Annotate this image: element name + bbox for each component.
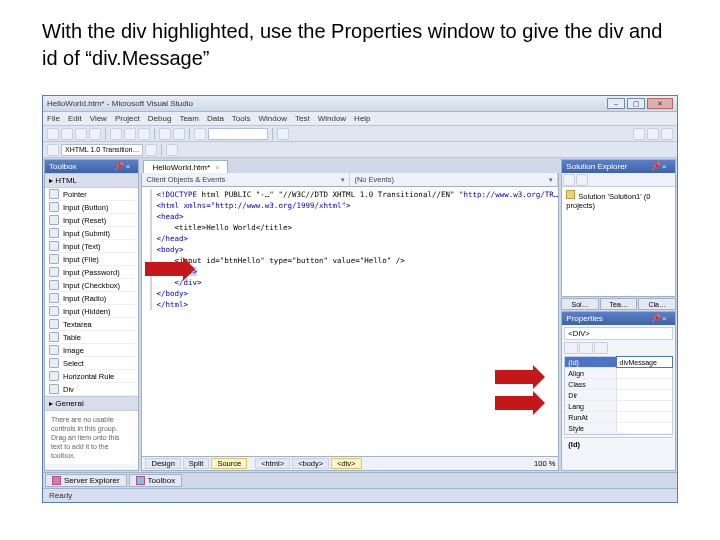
- property-value[interactable]: divMessage: [617, 357, 672, 367]
- client-objects-dropdown[interactable]: Client Objects & Events▾: [142, 173, 350, 186]
- props-categorized-icon[interactable]: [564, 342, 578, 354]
- property-row[interactable]: Dir: [565, 390, 672, 401]
- misc-icon[interactable]: [633, 128, 645, 140]
- property-row[interactable]: Class: [565, 379, 672, 390]
- toolbox-item[interactable]: Textarea: [45, 318, 138, 331]
- close-icon[interactable]: ×: [662, 314, 671, 323]
- toolbox-item[interactable]: Input (Radio): [45, 292, 138, 305]
- view-design-tab[interactable]: Design: [145, 458, 180, 469]
- property-row[interactable]: Lang: [565, 401, 672, 412]
- start-debug-icon[interactable]: [194, 128, 206, 140]
- menu-file[interactable]: File: [47, 114, 60, 123]
- crumb-html[interactable]: <html>: [255, 458, 290, 469]
- tab-toolbox[interactable]: Toolbox: [129, 474, 183, 487]
- props-alpha-icon[interactable]: [579, 342, 593, 354]
- property-row[interactable]: Align: [565, 368, 672, 379]
- close-button[interactable]: ✕: [647, 98, 673, 109]
- document-tab[interactable]: HelloWorld.htm*×: [143, 160, 228, 173]
- solution-explorer-header[interactable]: Solution Explorer 📌×: [562, 160, 675, 173]
- pin-icon[interactable]: 📌: [651, 162, 660, 171]
- view-split-tab[interactable]: Split: [183, 458, 210, 469]
- toolbox-item[interactable]: Horizontal Rule: [45, 370, 138, 383]
- format-icon[interactable]: [47, 144, 59, 156]
- menu-project[interactable]: Project: [115, 114, 140, 123]
- toolbox-item[interactable]: Div: [45, 383, 138, 396]
- cut-icon[interactable]: [110, 128, 122, 140]
- tab-class-view[interactable]: Cla…: [638, 298, 676, 310]
- crumb-body[interactable]: <body>: [292, 458, 329, 469]
- tab-solution-explorer[interactable]: Sol…: [561, 298, 599, 310]
- minimize-button[interactable]: –: [607, 98, 625, 109]
- property-value[interactable]: [617, 412, 672, 422]
- menu-view[interactable]: View: [90, 114, 107, 123]
- toolbox-item[interactable]: Input (Hidden): [45, 305, 138, 318]
- css-icon[interactable]: [166, 144, 178, 156]
- property-value[interactable]: [617, 379, 672, 389]
- menu-window2[interactable]: Window: [318, 114, 346, 123]
- toolbox-item[interactable]: Select: [45, 357, 138, 370]
- events-dropdown[interactable]: (No Events)▾: [350, 173, 558, 186]
- close-icon[interactable]: ×: [125, 162, 134, 171]
- toolbox-category-html[interactable]: ▸ HTML: [45, 173, 138, 188]
- redo-icon[interactable]: [173, 128, 185, 140]
- new-project-icon[interactable]: [47, 128, 59, 140]
- menu-edit[interactable]: Edit: [68, 114, 82, 123]
- zoom-level[interactable]: 100 %: [534, 459, 555, 468]
- menu-data[interactable]: Data: [207, 114, 224, 123]
- toolbox-item[interactable]: Input (File): [45, 253, 138, 266]
- menu-window[interactable]: Window: [259, 114, 287, 123]
- misc3-icon[interactable]: [661, 128, 673, 140]
- sln-showall-icon[interactable]: [576, 174, 588, 186]
- toolbox-item[interactable]: Input (Text): [45, 240, 138, 253]
- property-value[interactable]: [617, 368, 672, 378]
- property-value[interactable]: [617, 390, 672, 400]
- sln-refresh-icon[interactable]: [563, 174, 575, 186]
- property-row[interactable]: RunAt: [565, 412, 672, 423]
- property-row[interactable]: (Id)divMessage: [565, 357, 672, 368]
- open-file-icon[interactable]: [61, 128, 73, 140]
- pin-icon[interactable]: 📌: [114, 162, 123, 171]
- misc2-icon[interactable]: [647, 128, 659, 140]
- tab-team-explorer[interactable]: Tea…: [600, 298, 638, 310]
- undo-icon[interactable]: [159, 128, 171, 140]
- toolbox-category-general[interactable]: ▸ General: [45, 396, 138, 411]
- crumb-div[interactable]: <div>: [331, 458, 361, 469]
- tab-close-icon[interactable]: ×: [215, 164, 219, 171]
- find-icon[interactable]: [277, 128, 289, 140]
- tab-server-explorer[interactable]: Server Explorer: [45, 474, 127, 487]
- toolbox-item[interactable]: Pointer: [45, 188, 138, 201]
- props-pages-icon[interactable]: [594, 342, 608, 354]
- toolbox-item[interactable]: Image: [45, 344, 138, 357]
- toolbox-item[interactable]: Input (Checkbox): [45, 279, 138, 292]
- property-value[interactable]: [617, 423, 672, 433]
- properties-header[interactable]: Properties 📌×: [562, 312, 675, 325]
- view-source-tab[interactable]: Source: [211, 458, 247, 469]
- properties-grid[interactable]: (Id)divMessageAlignClassDirLangRunAtStyl…: [564, 356, 673, 435]
- toolbox-item[interactable]: Input (Reset): [45, 214, 138, 227]
- menu-debug[interactable]: Debug: [148, 114, 172, 123]
- property-row[interactable]: Style: [565, 423, 672, 434]
- validate-icon[interactable]: [145, 144, 157, 156]
- paste-icon[interactable]: [138, 128, 150, 140]
- close-icon[interactable]: ×: [662, 162, 671, 171]
- property-value[interactable]: [617, 401, 672, 411]
- toolbox-item[interactable]: Input (Password): [45, 266, 138, 279]
- maximize-button[interactable]: ▢: [627, 98, 645, 109]
- menu-test[interactable]: Test: [295, 114, 310, 123]
- toolbox-item[interactable]: Input (Submit): [45, 227, 138, 240]
- copy-icon[interactable]: [124, 128, 136, 140]
- menubar[interactable]: File Edit View Project Debug Team Data T…: [43, 112, 677, 126]
- doctype-dropdown[interactable]: XHTML 1.0 Transition…: [61, 144, 143, 156]
- solution-tree[interactable]: Solution 'Solution1' (0 projects): [562, 187, 675, 296]
- menu-team[interactable]: Team: [179, 114, 199, 123]
- pin-icon[interactable]: 📌: [651, 314, 660, 323]
- save-icon[interactable]: [75, 128, 87, 140]
- menu-help[interactable]: Help: [354, 114, 370, 123]
- save-all-icon[interactable]: [89, 128, 101, 140]
- toolbox-item[interactable]: Input (Button): [45, 201, 138, 214]
- config-dropdown[interactable]: [208, 128, 268, 140]
- menu-tools[interactable]: Tools: [232, 114, 251, 123]
- toolbox-header[interactable]: Toolbox 📌×: [45, 160, 138, 173]
- toolbox-item[interactable]: Table: [45, 331, 138, 344]
- code-editor[interactable]: <!DOCTYPE html PUBLIC "-…" "//W3C//DTD X…: [141, 187, 559, 457]
